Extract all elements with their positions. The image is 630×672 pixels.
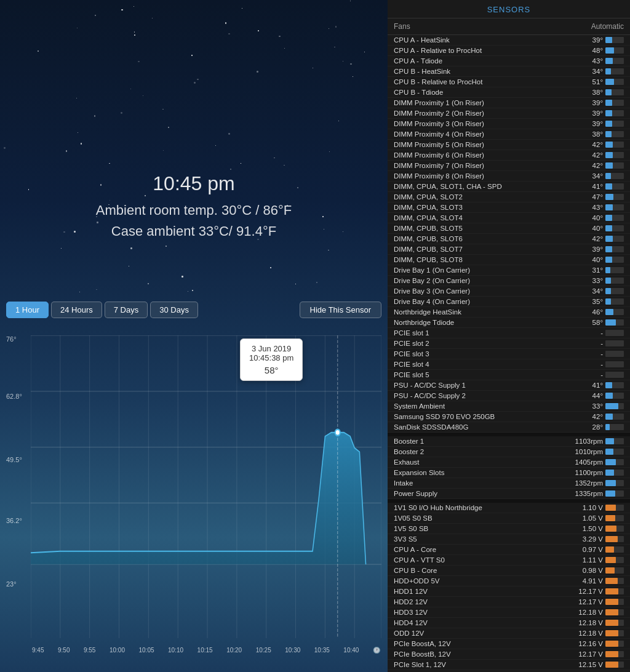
sensor-name: System Ambient	[394, 402, 575, 410]
sensor-value: 43°	[575, 57, 603, 65]
sensor-bar	[605, 490, 615, 497]
sensor-bar	[605, 131, 612, 137]
24hours-button[interactable]: 24 Hours	[51, 302, 102, 318]
sensor-bar	[605, 651, 618, 657]
sensor-row: 1V05 S0 SB1.05 V	[388, 513, 630, 524]
sensor-bar-container	[605, 515, 624, 521]
sensor-row: Intake1352rpm	[388, 478, 630, 489]
svg-marker-18	[31, 433, 381, 564]
sensor-row: DIMM Proximity 2 (On Riser)39°	[388, 108, 630, 119]
sensor-bar	[605, 309, 613, 315]
sensor-bar-container	[605, 89, 624, 95]
sensor-bar-container	[605, 546, 624, 553]
sensor-bar-container	[605, 162, 624, 169]
sensor-bar-container	[605, 526, 624, 532]
sensor-bar-container	[605, 225, 624, 231]
sensor-bar	[605, 459, 616, 465]
sensor-name: Power Supply	[394, 490, 575, 497]
sensor-value: 1010rpm	[575, 448, 603, 455]
sensor-bar-container	[605, 68, 624, 74]
sensor-bar-container	[605, 567, 624, 574]
sensor-row: DIMM Proximity 8 (On Riser)34°	[388, 171, 630, 182]
sensor-name: DIMM Proximity 8 (On Riser)	[394, 172, 575, 180]
fans-header: Fans Automatic	[388, 18, 630, 35]
sensor-value: 0.97 V	[575, 546, 603, 553]
sensor-row: 1V5 S0 SB1.50 V	[388, 524, 630, 534]
sensor-value: -	[575, 361, 603, 368]
sensor-row: HDD3 12V12.18 V	[388, 607, 630, 618]
y-label-23: 23°	[6, 580, 17, 588]
sensor-name: PSU - AC/DC Supply 2	[394, 392, 575, 399]
sensor-bar-container	[605, 246, 624, 252]
sensor-name: CPU A - Core	[394, 546, 575, 553]
sensor-row: DIMM Proximity 5 (On Riser)42°	[388, 140, 630, 150]
sensor-row: HDD4 12V12.18 V	[388, 618, 630, 628]
x-label-1040: 10:40	[343, 647, 359, 654]
sensor-row: Exhaust1405rpm	[388, 457, 630, 468]
sensor-bar	[605, 267, 610, 273]
sensor-value: 39°	[575, 110, 603, 117]
sensor-value: 0.98 V	[575, 567, 603, 574]
sensor-row: DIMM, CPUB, SLOT739°	[388, 244, 630, 255]
sensor-bar	[605, 58, 613, 64]
sensor-name: DIMM, CPUA, SLOT4	[394, 214, 575, 222]
sensor-row: CPU B - Core0.98 V	[388, 566, 630, 576]
sensor-value: 1.11 V	[575, 556, 603, 564]
sensor-bar-container	[605, 183, 624, 190]
sensor-row: DIMM Proximity 7 (On Riser)42°	[388, 161, 630, 171]
x-label-1030: 10:30	[285, 647, 300, 654]
sensor-row: CPU A - Core0.97 V	[388, 545, 630, 555]
sensor-value: 12.18 V	[575, 609, 603, 616]
sensor-bar	[605, 546, 614, 553]
sensor-bar-container	[605, 651, 624, 657]
sensor-row: Booster 21010rpm	[388, 447, 630, 457]
30days-button[interactable]: 30 Days	[150, 302, 198, 318]
sensor-name: CPU A - Relative to ProcHot	[394, 47, 575, 54]
sensor-bar-container	[605, 58, 624, 64]
sensor-name: HDD3 12V	[394, 609, 575, 616]
sensor-name: PCIE slot 5	[394, 371, 575, 378]
sensor-bar	[605, 599, 618, 605]
sensor-value: 39°	[575, 99, 603, 106]
sensor-bar-container	[605, 361, 624, 367]
sensor-value: 4.91 V	[575, 577, 603, 585]
sensor-row: SanDisk SDSSDA480G28°	[388, 422, 630, 433]
sensor-name: DIMM Proximity 2 (On Riser)	[394, 110, 575, 117]
sensor-row: PCIE slot 2-	[388, 338, 630, 349]
hide-sensor-button[interactable]: Hide This Sensor	[300, 302, 381, 318]
sensor-value: 33°	[575, 277, 603, 284]
sensor-bar-container	[605, 578, 624, 584]
sensor-bar	[605, 382, 612, 388]
sensor-name: CPU A - VTT S0	[394, 556, 575, 564]
sensor-bar-container	[605, 424, 624, 430]
x-label-1010: 10:10	[168, 647, 183, 654]
sensor-row: PCIe BoostB, 12V12.17 V	[388, 649, 630, 660]
sensor-value: 34°	[575, 287, 603, 295]
sensor-row: Booster 11103rpm	[388, 436, 630, 447]
sensor-row: Expansion Slots1100rpm	[388, 468, 630, 478]
sensor-name: DIMM, CPUA, SLOT2	[394, 193, 575, 201]
sensor-name: PCIe BoostB, 12V	[394, 650, 575, 658]
sensor-name: DIMM, CPUB, SLOT6	[394, 235, 575, 242]
fans-mode: Automatic	[591, 22, 624, 31]
sensor-row: PCIE slot 4-	[388, 359, 630, 370]
right-panel[interactable]: SENSORS Fans Automatic CPU A - HeatSink3…	[388, 0, 630, 672]
sensor-value: 41°	[575, 183, 603, 190]
1hour-button[interactable]: 1 Hour	[6, 302, 49, 318]
sensor-value: 1103rpm	[575, 438, 603, 445]
sensor-value: 12.18 V	[575, 619, 603, 626]
sensor-bar	[605, 567, 615, 574]
sensor-value: 44°	[575, 392, 603, 399]
sensor-name: HDD1 12V	[394, 588, 575, 595]
sensor-value: 12.15 V	[575, 661, 603, 668]
sensor-bar-container	[605, 47, 624, 54]
7days-button[interactable]: 7 Days	[105, 302, 148, 318]
sensor-name: PCIe Slot 1, 12V	[394, 661, 575, 668]
sensor-value: 1100rpm	[575, 469, 603, 476]
sensor-value: 42°	[575, 151, 603, 159]
sensor-value: 35°	[575, 298, 603, 305]
sensor-row: CPU A - Relative to ProcHot48°	[388, 46, 630, 56]
sensor-row: Drive Bay 1 (On Carrier)31°	[388, 265, 630, 276]
sensor-name: ODD 12V	[394, 630, 575, 637]
sensor-bar-container	[605, 459, 624, 465]
